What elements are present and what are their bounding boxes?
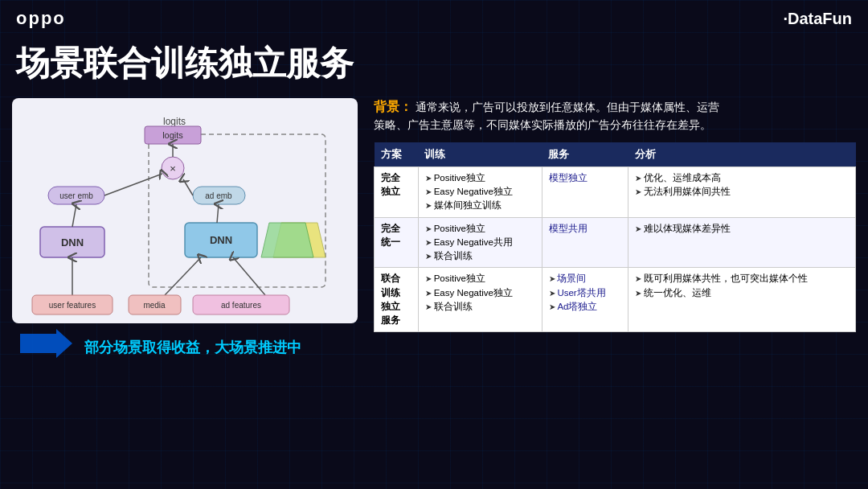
training-cell: Positive独立 Easy Negative独立 联合训练 [418, 268, 542, 332]
svg-line-20 [217, 204, 219, 223]
svg-text:DNN: DNN [61, 236, 84, 249]
svg-text:media: media [143, 301, 166, 310]
col-header-plan: 方案 [375, 142, 419, 167]
page-title: 场景联合训练独立服务 [0, 37, 868, 98]
background-section: 背景： 通常来说，广告可以投放到任意媒体。但由于媒体属性、运营策略、广告主意愿等… [374, 98, 856, 134]
svg-text:DNN: DNN [210, 234, 232, 246]
table-row: 完全独立 Positive独立 Easy Negative独立 媒体间独立训练 … [375, 166, 856, 217]
col-header-analysis: 分析 [628, 142, 856, 167]
svg-text:ad features: ad features [221, 301, 261, 310]
svg-text:user features: user features [49, 301, 96, 310]
nn-diagram-svg: logits logits × user emb ad emb [24, 110, 346, 319]
col-header-training: 训练 [418, 142, 542, 167]
plan-cell: 完全独立 [375, 166, 419, 217]
header: oppo ·DataFun [0, 0, 868, 37]
comparison-table: 方案 训练 服务 分析 完全独立 Positive独立 Easy Negativ… [374, 142, 856, 333]
svg-text:ad emb: ad emb [205, 191, 232, 200]
svg-text:×: × [170, 162, 176, 175]
analysis-cell: 优化、运维成本高 无法利用媒体间共性 [628, 166, 856, 217]
svg-marker-16 [261, 223, 313, 257]
footer-caption: 部分场景取得收益，大场景推进中 [84, 338, 301, 357]
diagram-box: logits logits × user emb ad emb [12, 98, 358, 323]
oppo-logo: oppo [16, 8, 66, 29]
analysis-cell: 难以体现媒体差异性 [628, 217, 856, 268]
main-content: logits logits × user emb ad emb [0, 98, 868, 360]
svg-text:logits: logits [163, 116, 186, 127]
service-cell: 场景间 User塔共用 Ad塔独立 [542, 268, 628, 332]
svg-marker-30 [20, 329, 72, 358]
plan-cell: 联合训练独立服务 [375, 268, 419, 332]
table-row: 完全统一 Positive独立 Easy Negative共用 联合训练 模型共… [375, 217, 856, 268]
right-content: 背景： 通常来说，广告可以投放到任意媒体。但由于媒体属性、运营策略、广告主意愿等… [374, 98, 856, 360]
bg-text: 通常来说，广告可以投放到任意媒体。但由于媒体属性、运营策略、广告主意愿等，不同媒… [374, 101, 719, 131]
table-row: 联合训练独立服务 Positive独立 Easy Negative独立 联合训练… [375, 268, 856, 332]
bg-title: 背景： [374, 100, 412, 113]
diagram-area: logits logits × user emb ad emb [12, 98, 358, 360]
training-cell: Positive独立 Easy Negative独立 媒体间独立训练 [418, 166, 542, 217]
svg-line-12 [183, 179, 193, 195]
svg-text:user emb: user emb [59, 191, 93, 200]
svg-line-23 [233, 257, 265, 295]
svg-line-22 [165, 257, 201, 295]
training-cell: Positive独立 Easy Negative共用 联合训练 [418, 217, 542, 268]
analysis-cell: 既可利用媒体共性，也可突出媒体个性 统一优化、运维 [628, 268, 856, 332]
service-cell: 模型共用 [542, 217, 628, 268]
svg-line-11 [104, 174, 162, 195]
blue-arrow [12, 327, 76, 360]
svg-line-19 [72, 204, 76, 227]
service-cell: 模型独立 [542, 166, 628, 217]
col-header-service: 服务 [542, 142, 628, 167]
datafun-logo: ·DataFun [783, 10, 852, 28]
plan-cell: 完全统一 [375, 217, 419, 268]
svg-text:logits: logits [162, 130, 183, 140]
